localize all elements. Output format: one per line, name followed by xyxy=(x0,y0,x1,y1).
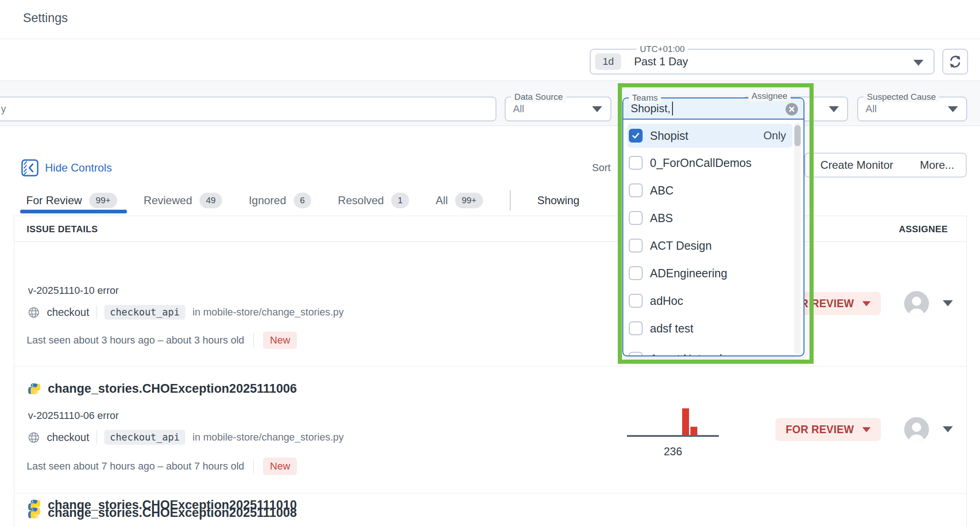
checkbox-icon[interactable] xyxy=(629,266,643,280)
table-row[interactable]: change_stories.CHOException2025111010 v-… xyxy=(14,241,966,367)
issue-title-row: change_stories.CHOException2025111006 xyxy=(28,382,297,396)
spark-bar xyxy=(690,427,697,435)
checkbox-checked-icon[interactable] xyxy=(629,129,643,143)
issue-subtitle: v-20251110-10 error xyxy=(28,285,119,297)
person-avatar-icon xyxy=(904,291,929,316)
hide-controls-label: Hide Controls xyxy=(45,161,112,174)
resource-chip[interactable]: checkout_api xyxy=(104,430,185,445)
data-source-select[interactable]: Data Source All xyxy=(505,97,611,121)
team-option[interactable]: Agent Network xyxy=(627,347,792,355)
refresh-button[interactable] xyxy=(942,49,968,74)
service-name[interactable]: checkout xyxy=(47,306,89,319)
tab-resolved[interactable]: Resolved 1 xyxy=(338,193,409,208)
suspected-cause-value: All xyxy=(866,103,877,115)
assignee-avatar[interactable] xyxy=(904,291,929,316)
chevron-down-icon xyxy=(862,301,871,306)
globe-icon xyxy=(28,432,40,443)
assignee-label: Assignee xyxy=(748,91,791,101)
python-icon xyxy=(28,383,40,395)
last-seen-text: Last seen about 7 hours ago – about 7 ho… xyxy=(27,460,244,472)
tab-reviewed[interactable]: Reviewed 49 xyxy=(144,193,222,208)
checkbox-icon[interactable] xyxy=(629,294,643,308)
table-row[interactable]: change_stories.CHOException2025111006 v-… xyxy=(14,367,966,493)
checkbox-icon[interactable] xyxy=(629,321,643,335)
team-option-label: ADEngineering xyxy=(650,267,727,280)
issue-title[interactable]: change_stories.CHOException2025111008 xyxy=(48,506,297,520)
issue-seen-row: Last seen about 3 hours ago – about 3 ho… xyxy=(27,332,297,349)
checkbox-icon[interactable] xyxy=(629,239,643,252)
text-cursor xyxy=(672,102,673,115)
error-tracking-page: Settings UTC+01:00 1d Past 1 Day y Data … xyxy=(0,0,980,527)
team-option[interactable]: adsf test xyxy=(627,316,792,340)
team-option-shopist[interactable]: Shopist Only xyxy=(627,124,792,148)
page-title: Settings xyxy=(23,11,68,25)
assignee-caret-icon[interactable] xyxy=(943,300,953,306)
person-avatar-icon xyxy=(904,417,929,442)
create-monitor-button[interactable]: Create Monitor xyxy=(804,153,909,178)
team-option-label: Agent Network xyxy=(650,352,725,356)
tab-count-badge: 49 xyxy=(199,193,222,208)
tab-label: For Review xyxy=(26,194,82,207)
chevron-down-icon xyxy=(948,106,958,112)
team-option-label: ACT Design xyxy=(650,239,712,252)
tab-all[interactable]: All 99+ xyxy=(436,193,483,208)
spark-bar xyxy=(682,408,689,435)
tab-label: Ignored xyxy=(249,194,286,207)
status-dropdown-button[interactable]: FOR REVIEW xyxy=(775,418,881,441)
team-option[interactable]: ACT Design xyxy=(627,234,792,258)
meta-divider xyxy=(253,459,254,473)
table-row[interactable]: change_stories.CHOException2025111008 xyxy=(14,493,966,527)
hide-controls-link[interactable]: Hide Controls xyxy=(21,159,112,177)
spark-baseline xyxy=(627,435,719,437)
scrollbar-track[interactable] xyxy=(794,122,801,355)
suspected-cause-select[interactable]: Suspected Cause All xyxy=(857,97,967,121)
issue-location: in mobile-store/change_stories.py xyxy=(193,431,344,443)
team-option[interactable]: ABC xyxy=(627,178,792,202)
chevron-down-icon xyxy=(829,106,839,112)
column-header-issue-details: ISSUE DETAILS xyxy=(27,224,98,235)
header-divider xyxy=(0,39,980,39)
tab-label: All xyxy=(436,194,448,207)
issue-subtitle: v-20251110-06 error xyxy=(28,410,119,422)
scrollbar-thumb[interactable] xyxy=(794,125,801,146)
only-action[interactable]: Only xyxy=(763,129,786,142)
refresh-icon xyxy=(948,54,963,69)
checkbox-icon[interactable] xyxy=(629,183,643,197)
issue-location: in mobile-store/change_stories.py xyxy=(193,306,344,318)
clear-icon[interactable] xyxy=(786,103,798,115)
assignee-avatar[interactable] xyxy=(904,417,929,442)
service-name[interactable]: checkout xyxy=(47,431,89,444)
checkbox-icon[interactable] xyxy=(629,156,643,170)
issue-meta-row: checkout checkout_api in mobile-store/ch… xyxy=(28,430,344,445)
tab-label: Reviewed xyxy=(144,194,192,207)
issue-seen-row: Last seen about 7 hours ago – about 7 ho… xyxy=(27,458,297,475)
tab-for-review[interactable]: For Review 99+ xyxy=(26,193,117,208)
resource-chip[interactable]: checkout_api xyxy=(104,305,185,320)
tab-count-badge: 99+ xyxy=(89,193,117,208)
team-option[interactable]: ADEngineering xyxy=(627,261,792,285)
tab-ignored[interactable]: Ignored 6 xyxy=(249,193,311,208)
python-icon xyxy=(28,507,40,519)
new-badge: New xyxy=(263,332,297,349)
chevron-down-icon xyxy=(592,106,602,112)
time-range-select[interactable]: UTC+01:00 1d Past 1 Day xyxy=(590,49,934,74)
more-button[interactable]: More... xyxy=(908,153,967,178)
teams-option-list: Shopist Only 0_ForOnCallDemos ABC ABS AC… xyxy=(623,120,803,355)
issue-title[interactable]: change_stories.CHOException2025111006 xyxy=(48,382,297,396)
team-option-label: Shopist xyxy=(650,129,688,143)
checkbox-icon[interactable] xyxy=(629,352,643,355)
assignee-caret-icon[interactable] xyxy=(943,426,953,432)
issue-title-row: change_stories.CHOException2025111008 xyxy=(28,506,297,520)
data-source-label: Data Source xyxy=(511,92,566,102)
team-option[interactable]: 0_ForOnCallDemos xyxy=(627,151,792,175)
checkbox-icon[interactable] xyxy=(629,211,643,225)
timezone-label: UTC+01:00 xyxy=(637,44,688,54)
search-query-input[interactable]: y xyxy=(0,97,496,121)
team-option-label: 0_ForOnCallDemos xyxy=(650,156,752,170)
team-option[interactable]: adHoc xyxy=(627,289,792,313)
last-seen-text: Last seen about 3 hours ago – about 3 ho… xyxy=(27,334,244,346)
chevron-down-icon xyxy=(862,427,871,432)
team-option-label: ABS xyxy=(650,212,673,225)
team-option[interactable]: ABS xyxy=(627,206,792,230)
tab-count-badge: 99+ xyxy=(455,193,483,208)
